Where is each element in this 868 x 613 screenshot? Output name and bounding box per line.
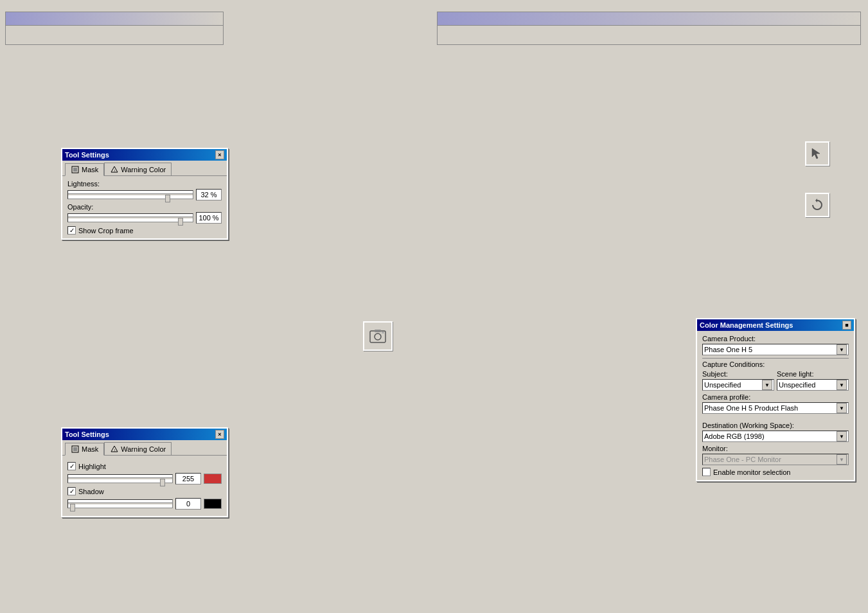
opacity-slider-track[interactable] bbox=[67, 213, 193, 222]
cms-titlebar: Color Management Settings ■ bbox=[697, 319, 854, 331]
show-crop-frame-checkbox[interactable] bbox=[67, 226, 76, 235]
panel-titlebar-2: Tool Settings × bbox=[62, 429, 227, 440]
highlight-color-swatch[interactable] bbox=[204, 474, 222, 484]
top-bar-left bbox=[5, 12, 224, 26]
highlight-thumb[interactable] bbox=[160, 479, 165, 486]
highlight-label: Highlight bbox=[78, 463, 106, 470]
scene-light-col: Scene light: Unspecified ▼ bbox=[777, 370, 849, 391]
camera-profile-select[interactable]: Phase One H 5 Product Flash ▼ bbox=[702, 402, 849, 414]
subject-label: Subject: bbox=[702, 370, 774, 378]
enable-monitor-checkbox[interactable] bbox=[702, 468, 711, 476]
tab-warning-1[interactable]: ! Warning Color bbox=[104, 163, 172, 175]
capture-conditions-label: Capture Conditions: bbox=[702, 358, 849, 368]
cms-close-btn[interactable]: ■ bbox=[842, 321, 851, 330]
cursor-icon-btn[interactable] bbox=[805, 141, 829, 166]
highlight-value[interactable]: 255 bbox=[175, 473, 201, 484]
tab-warning-label-2: Warning Color bbox=[121, 445, 166, 453]
subject-select[interactable]: Unspecified ▼ bbox=[702, 379, 774, 391]
svg-rect-10 bbox=[375, 330, 381, 332]
tab-mask-label-1: Mask bbox=[82, 166, 98, 173]
subject-value: Unspecified bbox=[704, 381, 741, 389]
opacity-value[interactable]: 100 % bbox=[196, 212, 222, 224]
top-panel-right bbox=[437, 26, 861, 45]
tabs-row-2: Mask ! Warning Color bbox=[62, 440, 227, 456]
svg-point-9 bbox=[375, 333, 381, 340]
mask-tab-icon-2 bbox=[71, 445, 80, 454]
shadow-slider-track[interactable] bbox=[67, 499, 173, 508]
camera-svg-icon bbox=[369, 327, 387, 345]
rotate-icon-btn[interactable] bbox=[805, 193, 829, 217]
lightness-track-inner bbox=[68, 193, 193, 196]
tabs-row-1: Mask ! Warning Color bbox=[62, 161, 227, 176]
cms-spacer bbox=[702, 416, 849, 422]
panel-content-2: Highlight 255 Shadow 0 bbox=[62, 456, 227, 516]
lightness-label: Lightness: bbox=[67, 180, 222, 188]
capture-conditions-cols: Subject: Unspecified ▼ Scene light: Unsp… bbox=[702, 370, 849, 391]
svg-marker-12 bbox=[812, 148, 820, 159]
destination-select[interactable]: Adobe RGB (1998) ▼ bbox=[702, 431, 849, 442]
highlight-row: Highlight bbox=[67, 462, 222, 470]
tab-mask-2[interactable]: Mask bbox=[65, 443, 104, 456]
mask-tab-icon-1 bbox=[71, 165, 80, 174]
opacity-track-inner bbox=[68, 217, 193, 219]
enable-monitor-label: Enable monitor selection bbox=[713, 468, 790, 476]
opacity-thumb[interactable] bbox=[178, 218, 183, 226]
scene-light-select[interactable]: Unspecified ▼ bbox=[777, 379, 849, 391]
tab-mask-1[interactable]: Mask bbox=[65, 163, 104, 176]
scene-light-value: Unspecified bbox=[779, 381, 815, 389]
cms-content: Camera Product: Phase One H 5 ▼ Capture … bbox=[697, 331, 854, 480]
highlight-slider-track[interactable] bbox=[67, 474, 173, 483]
shadow-thumb[interactable] bbox=[70, 504, 75, 511]
monitor-select: Phase One - PC Monitor ▼ bbox=[702, 454, 849, 465]
shadow-value[interactable]: 0 bbox=[175, 498, 201, 510]
top-bar-right bbox=[437, 12, 861, 26]
panel-title-1: Tool Settings bbox=[65, 151, 109, 159]
camera-profile-row: Camera profile: Phase One H 5 Product Fl… bbox=[702, 393, 849, 414]
destination-arrow[interactable]: ▼ bbox=[837, 431, 847, 441]
camera-product-label: Camera Product: bbox=[702, 335, 849, 342]
svg-rect-11 bbox=[382, 332, 384, 333]
shadow-track-inner bbox=[68, 502, 172, 505]
tab-warning-2[interactable]: ! Warning Color bbox=[104, 442, 172, 455]
opacity-label: Opacity: bbox=[67, 203, 222, 211]
rotate-svg-icon bbox=[810, 198, 824, 212]
camera-profile-value: Phase One H 5 Product Flash bbox=[704, 404, 798, 412]
enable-monitor-row: Enable monitor selection bbox=[702, 468, 849, 476]
highlight-checkbox[interactable] bbox=[67, 462, 76, 470]
scene-light-arrow[interactable]: ▼ bbox=[837, 380, 847, 390]
monitor-label: Monitor: bbox=[702, 445, 849, 452]
camera-profile-label: Camera profile: bbox=[702, 393, 849, 401]
shadow-slider-row: 0 bbox=[67, 498, 222, 510]
highlight-slider-row: 255 bbox=[67, 473, 222, 484]
subject-arrow[interactable]: ▼ bbox=[762, 380, 772, 390]
tab-warning-label-1: Warning Color bbox=[121, 166, 166, 173]
camera-product-row: Camera Product: Phase One H 5 ▼ bbox=[702, 335, 849, 355]
lightness-thumb[interactable] bbox=[165, 195, 170, 202]
tab-mask-label-2: Mask bbox=[82, 445, 98, 453]
close-btn-2[interactable]: × bbox=[215, 430, 224, 439]
panel-content-1: Lightness: 32 % Opacity: 100 % Show Crop… bbox=[62, 176, 227, 238]
color-management-panel: Color Management Settings ■ Camera Produ… bbox=[696, 318, 855, 481]
destination-value: Adobe RGB (1998) bbox=[704, 432, 765, 440]
panel-titlebar-1: Tool Settings × bbox=[62, 149, 227, 161]
camera-product-select[interactable]: Phase One H 5 ▼ bbox=[702, 344, 849, 355]
warning-tab-icon-1: ! bbox=[110, 165, 119, 174]
tool-settings-panel-2: Tool Settings × Mask ! Warning Color bbox=[61, 427, 228, 517]
destination-label: Destination (Working Space): bbox=[702, 422, 849, 429]
close-btn-1[interactable]: × bbox=[215, 150, 224, 159]
shadow-checkbox[interactable] bbox=[67, 487, 76, 495]
top-panel-left bbox=[5, 26, 224, 45]
show-crop-frame-label: Show Crop frame bbox=[78, 227, 134, 235]
monitor-value: Phase One - PC Monitor bbox=[704, 456, 781, 463]
show-crop-frame-row: Show Crop frame bbox=[67, 226, 222, 235]
lightness-value[interactable]: 32 % bbox=[196, 189, 222, 200]
shadow-color-swatch[interactable] bbox=[204, 499, 222, 509]
shadow-label: Shadow bbox=[78, 488, 104, 495]
camera-icon-btn[interactable] bbox=[363, 321, 393, 351]
warning-tab-icon-2: ! bbox=[110, 445, 119, 454]
camera-profile-arrow[interactable]: ▼ bbox=[837, 403, 847, 413]
camera-product-arrow[interactable]: ▼ bbox=[837, 344, 847, 355]
lightness-slider-track[interactable] bbox=[67, 190, 193, 199]
center-camera-area bbox=[363, 321, 393, 351]
cms-title: Color Management Settings bbox=[700, 321, 793, 329]
